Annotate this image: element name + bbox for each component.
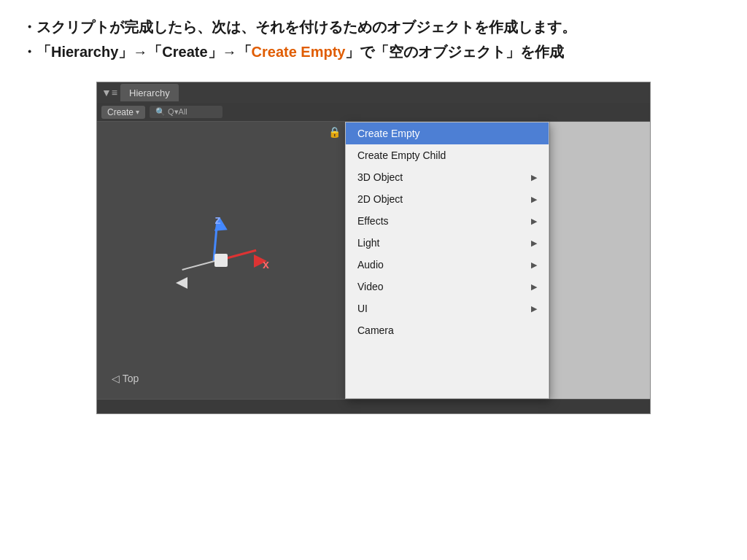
dropdown-menu: Create Empty Create Empty Child 3D Objec…: [345, 122, 549, 399]
menu-item-video[interactable]: Video ▶: [346, 276, 549, 298]
unity-window: ▼≡ Hierarchy Create ▾ 🔍 Q▾All: [96, 82, 651, 414]
text-line1: ・スクリプトが完成したら、次は、それを付けるためのオブジェクトを作成します。: [22, 15, 725, 39]
hierarchy-tab-label: Hierarchy: [129, 88, 170, 98]
search-icon: 🔍: [155, 107, 166, 117]
create-bar: Create ▾ 🔍 Q▾All: [97, 103, 650, 122]
menu-item-ui[interactable]: UI ▶: [346, 298, 549, 319]
search-placeholder: Q▾All: [168, 107, 187, 117]
arrow-icon-ui: ▶: [531, 304, 537, 314]
menu-item-camera[interactable]: Camera: [346, 319, 549, 341]
page-content: ・スクリプトが完成したら、次は、それを付けるためのオブジェクトを作成します。 ・…: [0, 0, 747, 429]
y-neg-arrow: [176, 277, 187, 289]
hierarchy-bar: ▼≡ Hierarchy: [97, 82, 650, 103]
menu-item-create-empty-child[interactable]: Create Empty Child: [346, 144, 549, 166]
x-label: x: [263, 258, 269, 271]
menu-item-camera-label: Camera: [357, 324, 394, 336]
viewport: 🔒: [97, 122, 345, 399]
arrow-icon-3d: ▶: [531, 173, 537, 182]
menu-item-2d-object[interactable]: 2D Object ▶: [346, 188, 549, 210]
menu-item-3d-object[interactable]: 3D Object ▶: [346, 166, 549, 188]
viewport-label: ◁ Top: [112, 373, 139, 384]
bottom-bar: [97, 399, 650, 413]
screenshot-container: ▼≡ Hierarchy Create ▾ 🔍 Q▾All: [22, 82, 725, 414]
hierarchy-tab[interactable]: Hierarchy: [120, 84, 179, 101]
create-dropdown-arrow: ▾: [136, 108, 139, 116]
arrow-icon-effects: ▶: [531, 217, 537, 226]
menu-item-light[interactable]: Light ▶: [346, 232, 549, 254]
text-line2-part2: 」で「空のオブジェクト」を作成: [345, 44, 564, 60]
arrow-icon-video: ▶: [531, 282, 537, 292]
search-bar[interactable]: 🔍 Q▾All: [150, 106, 222, 118]
y-axis: [182, 260, 217, 271]
menu-item-effects-label: Effects: [357, 215, 389, 227]
menu-item-video-label: Video: [357, 281, 384, 292]
create-button[interactable]: Create ▾: [101, 106, 145, 119]
menu-item-create-empty-label: Create Empty: [357, 128, 420, 139]
hierarchy-icon: ▼≡: [101, 87, 117, 98]
menu-item-create-empty[interactable]: Create Empty: [346, 122, 549, 144]
menu-item-audio[interactable]: Audio ▶: [346, 254, 549, 276]
menu-item-light-label: Light: [357, 237, 379, 249]
text-line2-part1: ・「Hierarchy」→「Create」→「: [22, 44, 252, 60]
arrow-icon-audio: ▶: [531, 260, 537, 270]
menu-item-3d-object-label: 3D Object: [357, 171, 403, 183]
menu-item-create-empty-child-label: Create Empty Child: [357, 149, 446, 161]
menu-item-ui-label: UI: [357, 303, 368, 314]
arrow-icon-2d: ▶: [531, 195, 537, 204]
text-line2: ・「Hierarchy」→「Create」→「Create Empty」で「空の…: [22, 39, 725, 64]
menu-item-2d-object-label: 2D Object: [357, 193, 403, 205]
right-panel: [549, 122, 650, 399]
menu-item-effects[interactable]: Effects ▶: [346, 210, 549, 232]
description-text: ・スクリプトが完成したら、次は、それを付けるためのオブジェクトを作成します。 ・…: [22, 15, 725, 64]
create-button-label: Create: [107, 107, 133, 117]
gizmo: z x: [170, 209, 272, 311]
text-line2-highlight: Create Empty: [252, 44, 346, 60]
main-area: 🔒: [97, 122, 650, 399]
arrow-icon-light: ▶: [531, 238, 537, 248]
lock-icon: 🔒: [328, 126, 341, 138]
z-label: z: [215, 214, 221, 227]
gizmo-center: [214, 254, 228, 267]
menu-item-audio-label: Audio: [357, 259, 384, 271]
